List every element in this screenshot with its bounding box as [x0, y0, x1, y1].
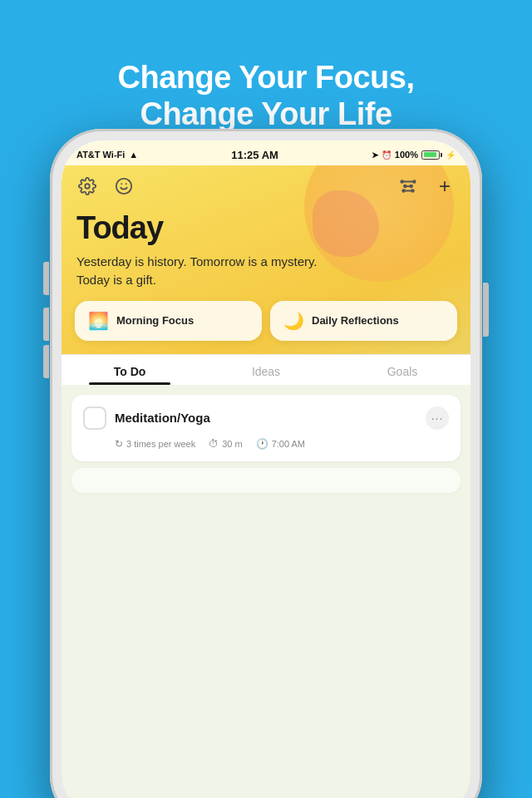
time-icon: 🕐 [256, 438, 268, 450]
task-checkbox[interactable] [83, 406, 106, 430]
carrier-label: AT&T Wi-Fi [76, 150, 125, 160]
task-time: 🕐 7:00 AM [256, 438, 305, 450]
svg-point-8 [413, 180, 416, 183]
today-title: Today [76, 210, 456, 246]
filter-button[interactable] [396, 174, 421, 199]
status-bar: AT&T Wi-Fi ▲ 11:25 AM ➤ ⏰ 100% ⚡ [62, 140, 470, 165]
task-card-partial [71, 468, 461, 493]
task-card-left: Meditation/Yoga [83, 406, 210, 430]
svg-point-13 [411, 190, 414, 192]
profile-button[interactable] [111, 174, 136, 199]
settings-button[interactable] [75, 174, 100, 199]
morning-focus-icon: 🌅 [86, 309, 110, 332]
tab-todo[interactable]: To Do [62, 355, 198, 385]
task-time-label: 7:00 AM [272, 439, 305, 449]
lightning-icon: ⚡ [446, 150, 456, 160]
today-quote: Yesterday is history. Tomorrow is a myst… [76, 253, 342, 289]
morning-focus-card[interactable]: 🌅 Morning Focus [75, 301, 262, 341]
add-button[interactable]: + [432, 174, 457, 199]
alarm-icon: ⏰ [382, 150, 392, 160]
svg-point-1 [116, 179, 131, 194]
battery-fill [424, 152, 436, 157]
battery-tip [441, 153, 442, 157]
svg-point-9 [404, 185, 406, 188]
phone-shell: AT&T Wi-Fi ▲ 11:25 AM ➤ ⏰ 100% ⚡ [50, 129, 482, 798]
task-more-button[interactable]: ··· [426, 406, 449, 430]
task-frequency: ↻ 3 times per week [115, 438, 195, 450]
task-title: Meditation/Yoga [115, 411, 210, 425]
task-duration-label: 30 m [222, 439, 242, 449]
battery-icon [421, 150, 442, 160]
phone-screen: AT&T Wi-Fi ▲ 11:25 AM ➤ ⏰ 100% ⚡ [62, 140, 470, 798]
task-frequency-label: 3 times per week [126, 439, 195, 449]
toolbar: + [62, 165, 470, 202]
task-card: Meditation/Yoga ··· ↻ 3 times per week ⏱ [71, 395, 461, 461]
status-left: AT&T Wi-Fi ▲ [76, 150, 138, 160]
wifi-icon: ▲ [129, 150, 138, 160]
tab-goals[interactable]: Goals [334, 355, 470, 385]
tab-ideas[interactable]: Ideas [198, 355, 334, 385]
battery-percent: 100% [395, 150, 418, 160]
task-card-meta: ↻ 3 times per week ⏱ 30 m 🕐 7:00 AM [83, 438, 449, 450]
svg-point-0 [85, 184, 90, 189]
toolbar-left [75, 174, 136, 199]
app-screen: AT&T Wi-Fi ▲ 11:25 AM ➤ ⏰ 100% ⚡ [62, 140, 470, 798]
status-right: ➤ ⏰ 100% ⚡ [372, 150, 456, 160]
svg-point-12 [402, 190, 405, 192]
svg-point-10 [410, 185, 412, 188]
toolbar-right: + [396, 174, 457, 199]
task-duration: ⏱ 30 m [209, 438, 242, 450]
task-card-top: Meditation/Yoga ··· [83, 406, 449, 430]
svg-point-7 [401, 180, 403, 183]
focus-cards: 🌅 Morning Focus 🌙 Daily Reflections [62, 301, 470, 354]
daily-reflections-card[interactable]: 🌙 Daily Reflections [270, 301, 457, 341]
morning-focus-label: Morning Focus [116, 314, 194, 327]
tab-bar: To Do Ideas Goals [62, 354, 470, 385]
repeat-icon: ↻ [115, 438, 123, 450]
daily-reflections-label: Daily Reflections [312, 314, 399, 327]
app-content: + Today Yesterday is history. Tomorrow i… [62, 165, 470, 798]
daily-reflections-icon: 🌙 [282, 309, 305, 332]
task-list: Meditation/Yoga ··· ↻ 3 times per week ⏱ [62, 385, 470, 799]
duration-icon: ⏱ [209, 438, 219, 450]
today-section: Today Yesterday is history. Tomorrow is … [62, 202, 470, 301]
status-time: 11:25 AM [231, 149, 278, 161]
location-icon: ➤ [372, 150, 378, 160]
